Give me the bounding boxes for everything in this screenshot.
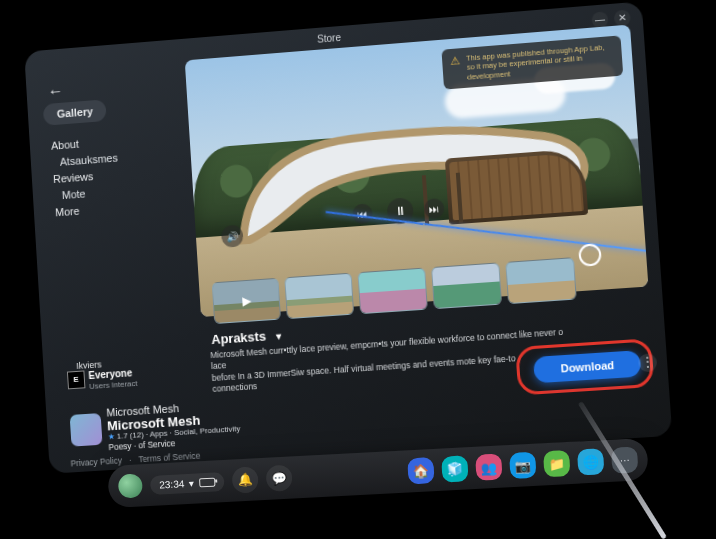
warning-icon: ⚠: [450, 54, 462, 83]
esrb-icon: E: [67, 370, 85, 389]
warning-text: This app was published through App Lab, …: [466, 42, 615, 82]
clock: 23:34: [159, 478, 185, 490]
star-icon: ★: [108, 432, 115, 441]
chevron-down-icon[interactable]: ▾: [266, 331, 281, 343]
sidebar-nav: About Atsauksmes Reviews Mote More: [51, 133, 122, 221]
chevron-down-icon: ▾: [189, 477, 195, 488]
messages-button[interactable]: 💬: [266, 465, 293, 492]
esrb-descriptor: Users Interact: [89, 379, 138, 391]
description-heading: Apraksts▾: [211, 328, 281, 348]
notifications-button[interactable]: 🔔: [232, 466, 259, 493]
taskbar-app-files[interactable]: 📁: [543, 450, 570, 477]
thumbnail[interactable]: [431, 262, 502, 309]
download-area: Download: [533, 350, 641, 383]
taskbar-app-home[interactable]: 🏠: [407, 457, 434, 484]
taskbar-app-camera[interactable]: 📷: [509, 452, 536, 479]
taskbar-app-2[interactable]: 🧊: [441, 455, 468, 482]
more-options-button[interactable]: ⋮: [638, 353, 658, 372]
avatar[interactable]: [118, 473, 143, 498]
thumbnail[interactable]: [357, 268, 427, 315]
thumbnail-video[interactable]: [212, 278, 281, 324]
nav-more[interactable]: More: [55, 200, 122, 222]
privacy-link[interactable]: Privacy Policy: [70, 455, 122, 468]
status-chip[interactable]: 23:34 ▾: [150, 472, 225, 495]
taskbar-app-people[interactable]: 👥: [475, 454, 502, 481]
taskbar-app-browser[interactable]: 🌐: [577, 448, 604, 475]
thumbnail[interactable]: [505, 257, 577, 304]
battery-icon: [199, 477, 215, 487]
back-button[interactable]: ←: [47, 82, 63, 101]
thumbnail[interactable]: [284, 273, 354, 319]
hero-interior: [445, 148, 588, 224]
gallery-chip[interactable]: Gallery: [43, 99, 107, 125]
store-window: Store — ✕ ← Gallery About Atsauksmes Rev…: [24, 1, 672, 473]
app-icon: [70, 413, 103, 447]
